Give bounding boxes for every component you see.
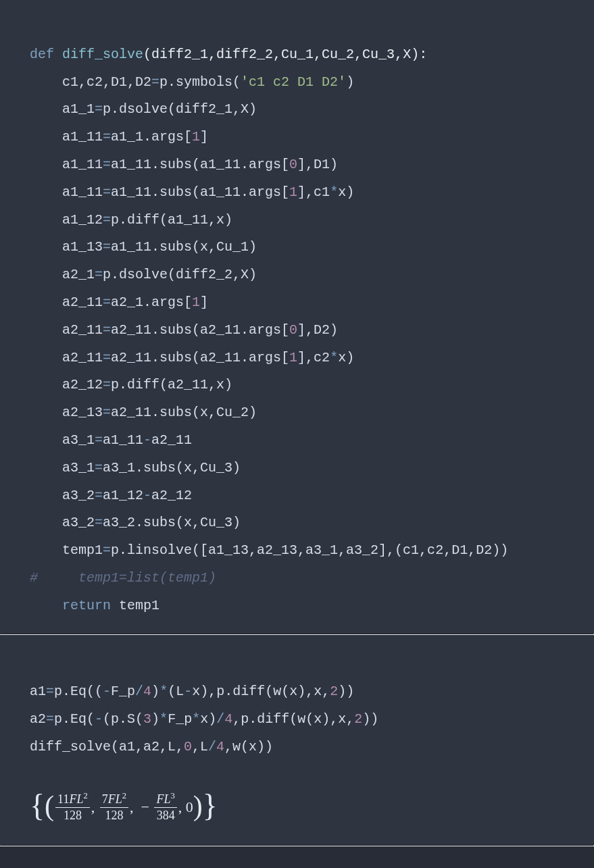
- code-block-2: a1=p.Eq((-F_p/4)*(L-x),p.diff(w(x),x,2))…: [0, 635, 594, 775]
- math-output: { ( 11FL2 128 , 7FL2 128 , − FL3 384 , 0…: [0, 775, 594, 845]
- string-literal: 'c1 c2 D1 D2': [241, 74, 346, 90]
- fraction-3: FL3 384: [154, 791, 176, 823]
- keyword-return: return: [62, 598, 111, 613]
- left-brace: {: [30, 790, 45, 821]
- keyword-def: def: [30, 47, 54, 62]
- right-paren: ): [193, 792, 203, 820]
- footer: 知乎 @村雨: [0, 846, 594, 868]
- code-block-1: def diff_solve(diff2_1,diff2_2,Cu_1,Cu_2…: [0, 0, 594, 634]
- function-name: diff_solve: [62, 47, 143, 62]
- fraction-1: 11FL2 128: [55, 791, 90, 823]
- fraction-2: 7FL2 128: [100, 791, 128, 823]
- comment: # temp1=list(temp1): [30, 570, 216, 586]
- right-brace: }: [203, 790, 218, 821]
- lhs: c1,c2,D1,D2: [62, 74, 151, 90]
- args: (diff2_1,diff2_2,Cu_1,Cu_2,Cu_3,X):: [143, 47, 427, 62]
- left-paren: (: [45, 792, 54, 820]
